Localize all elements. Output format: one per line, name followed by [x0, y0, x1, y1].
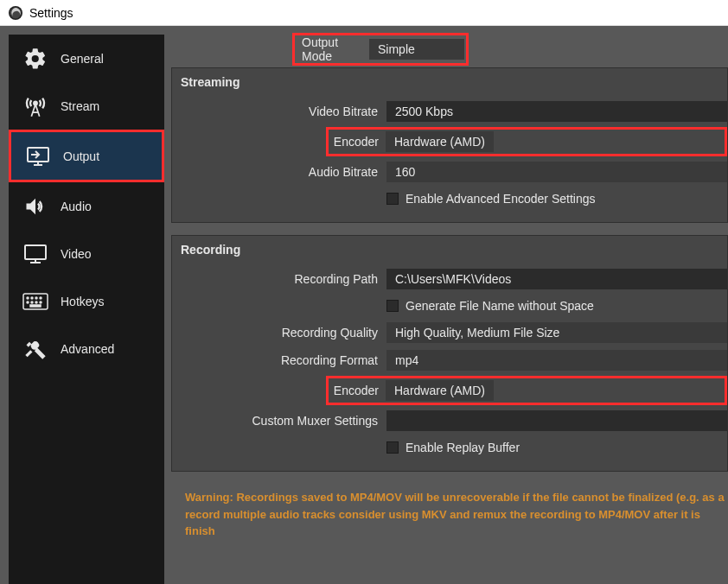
video-bitrate-input[interactable]: 2500 Kbps: [386, 101, 727, 122]
recording-quality-dropdown[interactable]: High Quality, Medium File Size: [386, 322, 727, 343]
svg-point-12: [35, 297, 37, 299]
svg-point-15: [31, 302, 33, 303]
sidebar-item-label: Audio: [61, 200, 92, 213]
recording-encoder-dropdown[interactable]: Hardware (AMD): [386, 380, 494, 401]
svg-rect-6: [25, 245, 46, 259]
svg-point-14: [27, 302, 29, 303]
sidebar-item-advanced[interactable]: Advanced: [9, 325, 164, 372]
antenna-icon: [22, 93, 48, 119]
output-mode-value: Simple: [378, 42, 415, 56]
audio-bitrate-row: Audio Bitrate 160: [172, 158, 727, 186]
streaming-group: Streaming Video Bitrate 2500 Kbps Encode…: [171, 67, 728, 223]
sidebar-item-label: General: [61, 52, 104, 66]
recording-quality-row: Recording Quality High Quality, Medium F…: [172, 319, 727, 346]
video-bitrate-row: Video Bitrate 2500 Kbps: [172, 98, 727, 125]
highlight-output-nav: Output: [9, 130, 164, 182]
obs-logo-icon: [9, 6, 22, 20]
sidebar-item-stream[interactable]: Stream: [9, 82, 164, 130]
output-mode-label: Output Mode: [298, 35, 369, 63]
svg-point-11: [31, 297, 33, 299]
window-title: Settings: [29, 6, 73, 20]
recording-group: Recording Recording Path C:\Users\MFK\Vi…: [171, 235, 728, 472]
sidebar-item-output[interactable]: Output: [11, 132, 162, 180]
recording-encoder-label: Encoder: [329, 384, 386, 397]
sidebar-item-label: Output: [63, 149, 99, 163]
replay-buffer-checkbox[interactable]: [386, 441, 399, 454]
recording-path-row: Recording Path C:\Users\MFK\Videos: [172, 265, 727, 293]
sidebar: General Stream Output Audio: [9, 35, 164, 584]
titlebar: Settings: [0, 0, 728, 26]
sidebar-item-label: Hotkeys: [61, 295, 105, 308]
highlight-streaming-encoder: Encoder Hardware (AMD): [326, 127, 727, 156]
streaming-encoder-value: Hardware (AMD): [394, 135, 485, 149]
recording-format-row: Recording Format mp4: [172, 346, 727, 374]
no-space-row: Generate File Name without Space: [172, 293, 727, 319]
recording-title: Recording: [172, 236, 727, 265]
recording-encoder-value: Hardware (AMD): [394, 384, 485, 397]
muxer-row: Custom Muxer Settings: [172, 407, 727, 435]
replay-buffer-row: Enable Replay Buffer: [172, 435, 727, 460]
recording-path-value: C:\Users\MFK\Videos: [395, 272, 511, 286]
sidebar-item-general[interactable]: General: [9, 35, 164, 82]
sidebar-item-video[interactable]: Video: [9, 230, 164, 277]
no-space-label: Generate File Name without Space: [406, 299, 594, 313]
warning-line2: record multiple audio tracks consider us…: [185, 506, 728, 540]
sidebar-item-label: Stream: [61, 99, 99, 113]
warning-text: Warning: Recordings saved to MP4/MOV wil…: [171, 484, 728, 540]
video-bitrate-value: 2500 Kbps: [395, 105, 453, 118]
advanced-encoder-checkbox[interactable]: [386, 193, 399, 205]
streaming-encoder-label: Encoder: [329, 135, 386, 149]
monitor-output-icon: [25, 143, 51, 169]
video-bitrate-label: Video Bitrate: [172, 105, 386, 118]
highlight-output-mode: Output Mode Simple: [292, 33, 469, 66]
recording-path-input[interactable]: C:\Users\MFK\Videos: [386, 269, 727, 289]
recording-quality-label: Recording Quality: [172, 326, 386, 340]
svg-rect-18: [30, 305, 41, 307]
warning-line1: Warning: Recordings saved to MP4/MOV wil…: [185, 489, 728, 506]
streaming-title: Streaming: [172, 68, 727, 98]
svg-point-13: [40, 297, 42, 299]
recording-format-value: mp4: [395, 353, 418, 367]
sidebar-item-label: Video: [61, 247, 92, 261]
svg-point-17: [40, 302, 42, 303]
recording-format-dropdown[interactable]: mp4: [386, 350, 727, 371]
no-space-checkbox[interactable]: [386, 300, 399, 312]
recording-path-label: Recording Path: [172, 272, 386, 286]
main-area: General Stream Output Audio: [0, 26, 728, 584]
advanced-encoder-row: Enable Advanced Encoder Settings: [172, 186, 727, 212]
advanced-encoder-label: Enable Advanced Encoder Settings: [406, 192, 596, 206]
streaming-encoder-dropdown[interactable]: Hardware (AMD): [386, 131, 494, 152]
svg-point-16: [35, 302, 37, 303]
audio-bitrate-value: 160: [395, 165, 415, 179]
highlight-recording-encoder: Encoder Hardware (AMD): [326, 376, 727, 405]
replay-buffer-label: Enable Replay Buffer: [406, 441, 520, 454]
monitor-icon: [22, 241, 48, 267]
sidebar-item-label: Advanced: [61, 342, 114, 356]
tools-icon: [22, 336, 48, 362]
muxer-label: Custom Muxer Settings: [172, 414, 386, 428]
recording-quality-value: High Quality, Medium File Size: [395, 326, 559, 340]
sidebar-item-hotkeys[interactable]: Hotkeys: [9, 277, 164, 325]
audio-bitrate-label: Audio Bitrate: [172, 165, 386, 179]
keyboard-icon: [22, 289, 48, 314]
audio-bitrate-dropdown[interactable]: 160: [386, 162, 727, 182]
speaker-icon: [22, 194, 48, 219]
content-panel: Output Mode Simple Streaming Video Bitra…: [164, 26, 728, 584]
gear-icon: [22, 46, 48, 72]
recording-format-label: Recording Format: [172, 353, 386, 367]
svg-point-10: [27, 297, 29, 299]
output-mode-dropdown[interactable]: Simple: [369, 39, 464, 60]
output-mode-row: Output Mode Simple: [292, 35, 728, 64]
sidebar-item-audio[interactable]: Audio: [9, 182, 164, 230]
muxer-input[interactable]: [386, 410, 727, 431]
